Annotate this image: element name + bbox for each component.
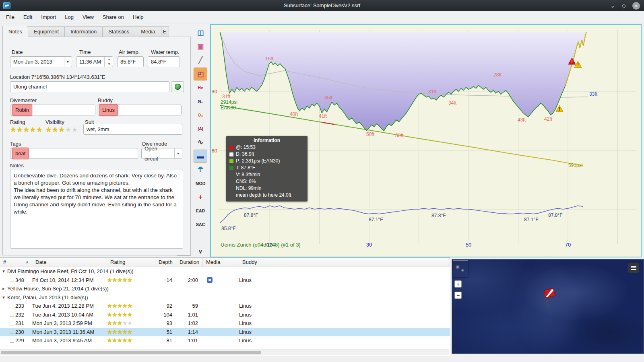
oxygen-graph-icon[interactable]: O₂: [194, 109, 207, 121]
scrollbar-thumb[interactable]: [1, 351, 261, 354]
star-icon: ★: [117, 320, 122, 326]
air-graph-icon[interactable]: |A|: [194, 122, 207, 135]
collapse-arrow-icon[interactable]: ▾: [0, 295, 7, 300]
tree-branch: [10, 321, 14, 325]
star-icon: ★: [72, 126, 78, 134]
column-header-duration[interactable]: Duration: [176, 258, 203, 267]
menu-import[interactable]: Import: [37, 12, 60, 22]
trip-row[interactable]: ▾Divi Flamingo House Reef, Fri Oct 10, 2…: [0, 267, 450, 276]
star-icon: ★: [122, 329, 128, 335]
info-box-value: @: 15:53: [236, 144, 256, 151]
dive-duration: 1:01: [176, 311, 203, 319]
map-overview-inset[interactable]: [453, 260, 468, 277]
column-header-depth[interactable]: Depth: [155, 258, 176, 267]
dive-row[interactable]: 348Fri Oct 10, 2014 12:34 PM★★★★★142:00L…: [0, 276, 450, 285]
location-field[interactable]: [10, 81, 169, 92]
dive-depth: 93: [155, 319, 176, 328]
tab-equipment[interactable]: Equipment: [28, 26, 65, 37]
maximize-button[interactable]: ◇: [621, 2, 626, 10]
column-header-media[interactable]: Media: [203, 258, 239, 267]
info-box-value: mean depth to here 24.0ft: [236, 192, 291, 199]
trip-row[interactable]: ▾Koror, Palau, Jun 2013 (11 dive(s)): [0, 293, 450, 302]
calc-ceiling-icon[interactable]: +: [194, 191, 207, 204]
tab-notes[interactable]: Notes: [2, 26, 28, 37]
divemaster-chip[interactable]: Robin: [12, 104, 32, 116]
dive-location-flag-marker[interactable]: [537, 288, 558, 311]
close-button[interactable]: ×: [632, 2, 640, 10]
dive-row[interactable]: 229Mon Jun 3, 2013 9:45 AM★★★★★811:01Lin…: [0, 336, 450, 345]
dive-rating-stars: ★★★★★: [107, 328, 155, 337]
tag-chip[interactable]: boat: [12, 148, 29, 159]
dive-row[interactable]: 230Mon Jun 3, 2013 11:36 AM★★★★★511:14Li…: [0, 328, 450, 337]
map-panel[interactable]: + −: [452, 259, 644, 354]
info-box-row: V: 8.3ft/min: [229, 171, 304, 178]
star-icon: ★: [17, 126, 23, 134]
tab-information[interactable]: Information: [64, 26, 103, 37]
rating-stars[interactable]: ★★★★★: [10, 126, 43, 133]
ruler-icon[interactable]: ╱: [194, 54, 207, 67]
photos-icon[interactable]: ▣: [194, 40, 207, 53]
svg-text:87.8°F: 87.8°F: [244, 212, 258, 218]
column-header-date[interactable]: Date: [32, 258, 107, 267]
photos-badge-icon[interactable]: [207, 277, 213, 283]
dive-row[interactable]: 232Tue Jun 4, 2013 10:04 AM★★★★★1041:01L…: [0, 311, 450, 319]
buddy-chip[interactable]: Linus: [99, 104, 118, 116]
trip-row[interactable]: ▸Yellow House, Sun Sep 21, 2014 (1 dive(…: [0, 284, 450, 293]
visibility-stars[interactable]: ★★★★★: [45, 126, 78, 133]
time-spinner[interactable]: 11:36 AM ▲▼: [76, 56, 113, 67]
notes-textarea[interactable]: Unbelievable dive. Dozens and dozens of …: [10, 170, 183, 249]
zoom-picture-icon[interactable]: ◰: [194, 68, 207, 80]
dive-depth: 81: [155, 336, 176, 345]
menu-edit[interactable]: Edit: [19, 12, 37, 22]
mod-icon[interactable]: MOD: [194, 177, 207, 190]
tree-branch: [10, 278, 14, 282]
menu-share-on[interactable]: Share on: [98, 12, 128, 22]
divemode-combobox[interactable]: Open circuit▾: [141, 148, 182, 159]
spin-up-icon[interactable]: ▲: [106, 57, 112, 62]
dive-number: 348: [15, 277, 24, 283]
tags-field[interactable]: boat: [10, 148, 138, 159]
dive-row[interactable]: 231Mon Jun 3, 2013 2:59 PM★★★★★931:02Lin…: [0, 319, 450, 328]
map-globe-button[interactable]: [171, 81, 184, 92]
collapse-arrow-icon[interactable]: ▾: [0, 269, 7, 274]
horizontal-scrollbar[interactable]: [0, 350, 449, 355]
expand-arrow-icon[interactable]: ▸: [0, 286, 7, 291]
map-zoom-out-button[interactable]: −: [454, 292, 462, 299]
star-icon: ★: [36, 126, 43, 134]
column-header-rating[interactable]: Rating: [107, 258, 155, 267]
ead-icon[interactable]: EAD: [194, 204, 207, 217]
suit-field[interactable]: [83, 124, 182, 135]
watertemp-field[interactable]: [148, 56, 180, 67]
buddy-field[interactable]: Linus: [97, 105, 182, 115]
menu-log[interactable]: Log: [60, 12, 78, 22]
chevron-down-icon[interactable]: ▾: [64, 57, 69, 67]
menu-help[interactable]: Help: [128, 12, 148, 22]
menu-view[interactable]: View: [78, 12, 98, 22]
sac-icon[interactable]: SAC: [194, 218, 207, 231]
helium-graph-icon[interactable]: He: [194, 81, 207, 94]
tank-bar-icon[interactable]: ▬: [194, 150, 207, 162]
dc-ceiling-icon[interactable]: ☂: [194, 163, 207, 176]
map-menu-button[interactable]: [628, 263, 639, 273]
menu-file[interactable]: File: [2, 12, 19, 22]
dive-rating-stars: ★★★★★: [107, 311, 155, 319]
toolbar-more-button[interactable]: ∨: [194, 247, 207, 257]
map-zoom-in-button[interactable]: +: [454, 280, 462, 288]
tab-e[interactable]: E: [161, 26, 169, 37]
date-combobox[interactable]: Mon Jun 3, 2013▾: [10, 56, 72, 67]
tab-media[interactable]: Media: [135, 26, 161, 37]
nitrogen-graph-icon[interactable]: N₂: [194, 95, 207, 108]
column-header-num[interactable]: #∧: [0, 258, 32, 267]
heart-rate-icon[interactable]: ∿: [194, 136, 207, 149]
airtemp-field[interactable]: [117, 56, 144, 67]
dive-computer-graph-icon[interactable]: ◫: [194, 27, 207, 39]
tab-statistics[interactable]: Statistics: [102, 26, 135, 37]
divemaster-field[interactable]: Robin: [10, 105, 95, 115]
spin-down-icon[interactable]: ▼: [106, 62, 112, 67]
dive-buddy: Linus: [239, 302, 450, 311]
dive-profile-panel[interactable]: !!!10305070306015ft31ft2914psiEAN3040ft3…: [210, 24, 642, 257]
dive-row[interactable]: 233Tue Jun 4, 2013 12:28 PM★★★★★9259Linu…: [0, 302, 450, 311]
minimize-button[interactable]: ⌄: [610, 2, 615, 10]
column-header-buddy[interactable]: Buddy: [239, 258, 450, 267]
chevron-down-icon[interactable]: ▾: [174, 148, 179, 158]
